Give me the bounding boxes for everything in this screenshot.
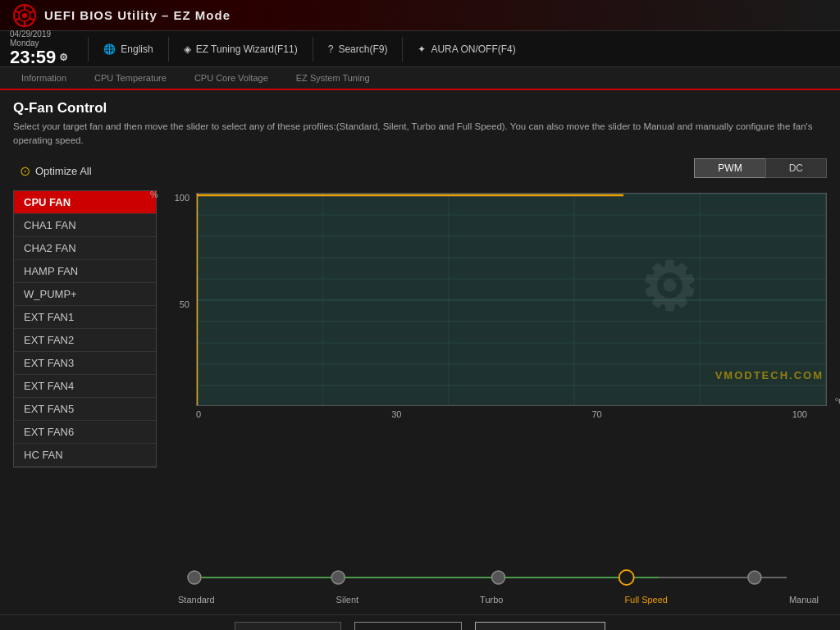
aura-button[interactable]: ✦ AURA ON/OFF(F4): [409, 43, 523, 55]
rog-logo: [13, 4, 36, 27]
fan-chart-container: % 100 50: [170, 193, 827, 550]
tab-information[interactable]: Information: [8, 67, 80, 90]
info-area: Q-Fan Control Select your target fan and…: [0, 90, 840, 148]
vmodtech-watermark: VMODTECH.COM: [715, 369, 824, 381]
apply-button[interactable]: Apply: [354, 622, 462, 631]
date-display: 04/29/2019Monday: [10, 30, 68, 48]
time-display: 23:59 ⚙: [10, 48, 68, 67]
right-panel: PWM DC % 100 50: [170, 158, 827, 605]
slider-labels: Standard Silent Turbo Full Speed Manual: [170, 595, 827, 605]
fan-item-cha2[interactable]: CHA2 FAN: [14, 237, 156, 260]
fan-item-ext2[interactable]: EXT FAN2: [14, 329, 156, 352]
tab-cpu-voltage[interactable]: CPU Core Voltage: [181, 67, 281, 90]
y-axis: 100 50: [170, 193, 193, 406]
undo-button[interactable]: Undo: [235, 622, 341, 631]
app-title: UEFI BIOS Utility – EZ Mode: [44, 8, 231, 22]
globe-icon: 🌐: [103, 43, 116, 55]
fan-item-ext4[interactable]: EXT FAN4: [14, 375, 156, 398]
pwm-button[interactable]: PWM: [694, 158, 765, 178]
fan-item-ext3[interactable]: EXT FAN3: [14, 352, 156, 375]
svg-line-7: [16, 18, 21, 21]
x-axis: 0 30 70 100: [170, 409, 827, 419]
main-content: ⊙ Optimize All CPU FAN CHA1 FAN CHA2 FAN…: [0, 148, 840, 614]
fan-item-ext1[interactable]: EXT FAN1: [14, 306, 156, 329]
dc-button[interactable]: DC: [765, 158, 827, 178]
fan-item-hamp[interactable]: HAMP FAN: [14, 260, 156, 283]
ez-tuning-wizard-button[interactable]: ◈ EZ Tuning Wizard(F11): [176, 43, 306, 55]
optimize-icon: ⊙: [20, 163, 30, 179]
settings-gear-icon[interactable]: ⚙: [59, 52, 68, 63]
nav-divider-1: [88, 37, 89, 62]
search-icon: ?: [328, 43, 334, 55]
svg-text:⚙: ⚙: [639, 250, 698, 323]
svg-point-2: [22, 13, 27, 18]
panel-title: Q-Fan Control: [13, 100, 827, 116]
nav-divider-3: [313, 37, 313, 62]
svg-point-34: [619, 570, 634, 585]
tab-ez-system[interactable]: EZ System Tuning: [283, 67, 383, 90]
svg-point-32: [331, 571, 345, 584]
top-nav: 04/29/2019Monday 23:59 ⚙ 🌐 English ◈ EZ …: [0, 31, 840, 67]
svg-point-35: [748, 571, 761, 584]
title-bar: UEFI BIOS Utility – EZ Mode: [0, 0, 840, 31]
panel-description: Select your target fan and then move the…: [13, 120, 827, 148]
profile-slider-section: Standard Silent Turbo Full Speed Manual: [170, 565, 827, 605]
search-button[interactable]: ? Search(F9): [320, 43, 396, 55]
svg-point-33: [492, 571, 505, 584]
aura-icon: ✦: [418, 43, 426, 55]
bottom-bar: Undo Apply Exit (ESC): [0, 614, 840, 631]
svg-line-5: [30, 18, 34, 21]
nav-divider-2: [168, 37, 169, 62]
fan-list: CPU FAN CHA1 FAN CHA2 FAN HAMP FAN W_PUM…: [13, 190, 157, 468]
left-panel: ⊙ Optimize All CPU FAN CHA1 FAN CHA2 FAN…: [13, 158, 157, 605]
fan-item-cpu[interactable]: CPU FAN: [14, 191, 156, 214]
menu-tabs: Information CPU Temperature CPU Core Vol…: [0, 67, 840, 90]
fan-item-ext5[interactable]: EXT FAN5: [14, 398, 156, 421]
slider-track[interactable]: [178, 565, 819, 590]
fan-item-ext6[interactable]: EXT FAN6: [14, 421, 156, 444]
fan-item-wpump[interactable]: W_PUMP+: [14, 283, 156, 306]
pwm-dc-toggle: PWM DC: [694, 158, 827, 178]
svg-line-4: [30, 11, 34, 13]
nav-divider-4: [402, 37, 403, 62]
optimize-all-button[interactable]: ⊙ Optimize All: [13, 158, 157, 184]
language-selector[interactable]: 🌐 English: [95, 43, 161, 55]
datetime-block: 04/29/2019Monday 23:59 ⚙: [10, 30, 68, 67]
ez-tuning-icon: ◈: [184, 43, 191, 55]
svg-point-31: [188, 571, 201, 584]
celsius-label: °C: [835, 396, 840, 406]
svg-line-8: [16, 11, 21, 13]
y-axis-label: %: [150, 189, 158, 199]
exit-button[interactable]: Exit (ESC): [475, 622, 605, 631]
fan-item-cha1[interactable]: CHA1 FAN: [14, 214, 156, 237]
fan-item-hc[interactable]: HC FAN: [14, 444, 156, 467]
tab-cpu-temperature[interactable]: CPU Temperature: [81, 67, 180, 90]
